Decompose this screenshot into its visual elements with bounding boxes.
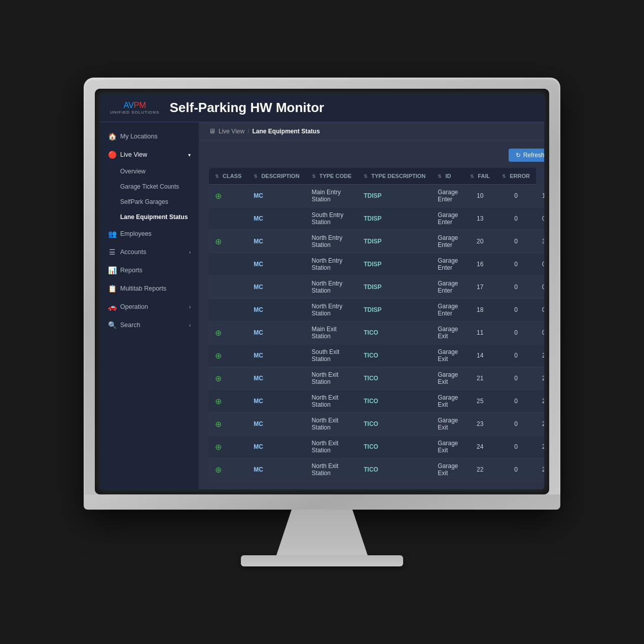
status-active-icon: ⊕	[215, 351, 222, 360]
cell-class: MC	[247, 458, 305, 481]
cell-status: ⊕	[209, 344, 247, 367]
sidebar-sub-overview[interactable]: Overview	[100, 164, 199, 179]
col-fail-label: FAIL	[478, 173, 490, 179]
cell-status: ⊕	[209, 436, 247, 458]
cell-fail: 0	[496, 230, 536, 253]
col-header-description[interactable]: ⇅ DESCRIPTION	[247, 168, 305, 185]
cell-status: ⊕	[209, 230, 247, 253]
table-row[interactable]: ⊕MCNorth Exit StationTICOGarage Exit2102	[209, 367, 544, 390]
sidebar-sub-garage-ticket-counts-label: Garage Ticket Counts	[120, 183, 179, 190]
sidebar-item-search-label: Search	[120, 321, 140, 329]
table-row[interactable]: ⊕MCNorth Exit StationTICOGarage Exit2202	[209, 458, 544, 481]
cell-error: 2	[536, 458, 544, 481]
cell-type-code: TDISP	[357, 207, 432, 230]
table-row[interactable]: ⊕MCNorth Exit StationTICOGarage Exit2502	[209, 390, 544, 413]
col-header-type-code[interactable]: ⇅ TYPE CODE	[306, 168, 358, 185]
status-active-icon: ⊕	[215, 237, 222, 246]
cell-type-description: Garage Enter	[432, 253, 464, 276]
col-header-id[interactable]: ⇅ ID	[432, 168, 464, 185]
cell-description: North Exit Station	[306, 390, 358, 413]
search-icon: 🔍	[108, 321, 116, 329]
monitor-stand	[271, 510, 373, 555]
sidebar-item-search[interactable]: 🔍 Search ›	[100, 316, 199, 334]
sidebar-item-my-locations[interactable]: 🏠 My Locations	[100, 127, 199, 146]
cell-description: North Entry Station	[306, 253, 358, 276]
col-type-code-label: TYPE CODE	[319, 173, 352, 179]
cell-error: 0	[536, 253, 544, 276]
sidebar-item-multitab-reports[interactable]: 📋 Multitab Reports	[100, 279, 199, 298]
cell-type-description: Garage Enter	[432, 207, 464, 230]
sidebar-item-employees[interactable]: 👥 Employees	[100, 225, 199, 243]
cell-id: 17	[464, 276, 496, 299]
operation-icon: 🚗	[108, 303, 116, 311]
table-row[interactable]: ⊕MCMain Exit StationTICOGarage Exit1100	[209, 321, 544, 344]
cell-id: 16	[464, 253, 496, 276]
table-row[interactable]: ⊕MCNorth Entry StationTDISPGarage Enter2…	[209, 230, 544, 253]
cell-fail: 0	[496, 253, 536, 276]
cell-description: South Exit Station	[306, 344, 358, 367]
status-active-icon: ⊕	[215, 466, 222, 474]
refresh-button[interactable]: ↻ Refresh	[509, 149, 544, 162]
cell-fail: 0	[496, 321, 536, 344]
breadcrumb: 🖥 Live View / Lane Equipment Status	[199, 122, 544, 140]
sidebar-sub-garage-ticket-counts[interactable]: Garage Ticket Counts	[100, 179, 199, 194]
cell-type-code: TDISP	[357, 299, 432, 321]
sidebar-sub-selfpark-garages[interactable]: SelfPark Garages	[100, 194, 199, 209]
cell-class: MC	[247, 436, 305, 458]
logo-sub: Unified Solutions	[110, 110, 159, 115]
col-type-description-label: TYPE DESCRIPTION	[371, 173, 425, 179]
cell-error: 0	[536, 321, 544, 344]
status-active-icon: ⊕	[215, 192, 222, 200]
table-row[interactable]: ⊕MCNorth Exit StationTICOGarage Exit2302	[209, 413, 544, 436]
cell-status	[209, 299, 247, 321]
employees-icon: 👥	[108, 230, 116, 238]
col-description-label: DESCRIPTION	[261, 173, 299, 179]
col-header-fail[interactable]: ⇅ FAIL	[464, 168, 496, 185]
col-header-class[interactable]: ⇅ CLASS	[209, 168, 247, 185]
sidebar-item-accounts[interactable]: ☰ Accounts ›	[100, 243, 199, 261]
col-header-error[interactable]: ⇅ ERROR	[496, 168, 536, 185]
table-row[interactable]: MCNorth Entry StationTDISPGarage Enter16…	[209, 253, 544, 276]
cell-type-description: Garage Enter	[432, 299, 464, 321]
table-row[interactable]: ⊕MCNorth Exit StationTICOGarage Exit2402	[209, 436, 544, 458]
cell-status	[209, 276, 247, 299]
cell-status	[209, 207, 247, 230]
cell-class: MC	[247, 253, 305, 276]
cell-id: 22	[464, 458, 496, 481]
col-header-type-description[interactable]: ⇅ TYPE DESCRIPTION	[357, 168, 432, 185]
status-active-icon: ⊕	[215, 374, 222, 383]
main-content: 🖥 Live View / Lane Equipment Status ↻	[199, 122, 544, 489]
sort-arrows-class: ⇅	[215, 174, 219, 179]
cell-description: North Exit Station	[306, 458, 358, 481]
table-row[interactable]: MCNorth Entry StationTDISPGarage Enter17…	[209, 276, 544, 299]
sidebar-item-live-view[interactable]: 🔴 Live View ▾	[100, 146, 199, 164]
status-active-icon: ⊕	[215, 329, 222, 337]
cell-error: 1	[536, 185, 544, 207]
sidebar-item-operation[interactable]: 🚗 Operation ›	[100, 298, 199, 316]
cell-error: 0	[536, 207, 544, 230]
toolbar: ↻ Refresh	[209, 149, 544, 162]
sidebar-item-accounts-label: Accounts	[120, 248, 146, 256]
sort-arrows-fail: ⇅	[470, 174, 474, 179]
col-class-label: CLASS	[223, 173, 241, 179]
cell-status: ⊕	[209, 367, 247, 390]
home-icon: 🏠	[108, 132, 116, 140]
sidebar-item-employees-label: Employees	[120, 230, 152, 237]
monitor-wrapper: AVPM Unified Solutions Self-Parking HW M…	[84, 78, 560, 566]
table-row[interactable]: MCNorth Entry StationTDISPGarage Enter18…	[209, 299, 544, 321]
sidebar-item-reports[interactable]: 📊 Reports	[100, 261, 199, 279]
table-row[interactable]: ⊕MCSouth Exit StationTICOGarage Exit1402	[209, 344, 544, 367]
sidebar-sub-lane-equipment-status[interactable]: Lane Equipment Status	[100, 209, 199, 225]
cell-class: MC	[247, 185, 305, 207]
cell-type-description: Garage Exit	[432, 344, 464, 367]
table-row[interactable]: ⊕MCMain Entry StationTDISPGarage Enter10…	[209, 185, 544, 207]
logo-pm: PM	[134, 101, 146, 110]
sort-arrows-id: ⇅	[438, 174, 442, 179]
table-row[interactable]: MCSouth Entry StationTDISPGarage Enter13…	[209, 207, 544, 230]
cell-status: ⊕	[209, 321, 247, 344]
cell-status: ⊕	[209, 458, 247, 481]
cell-type-code: TICO	[357, 367, 432, 390]
monitor-bottom	[84, 494, 560, 510]
cell-class: MC	[247, 230, 305, 253]
cell-fail: 0	[496, 458, 536, 481]
